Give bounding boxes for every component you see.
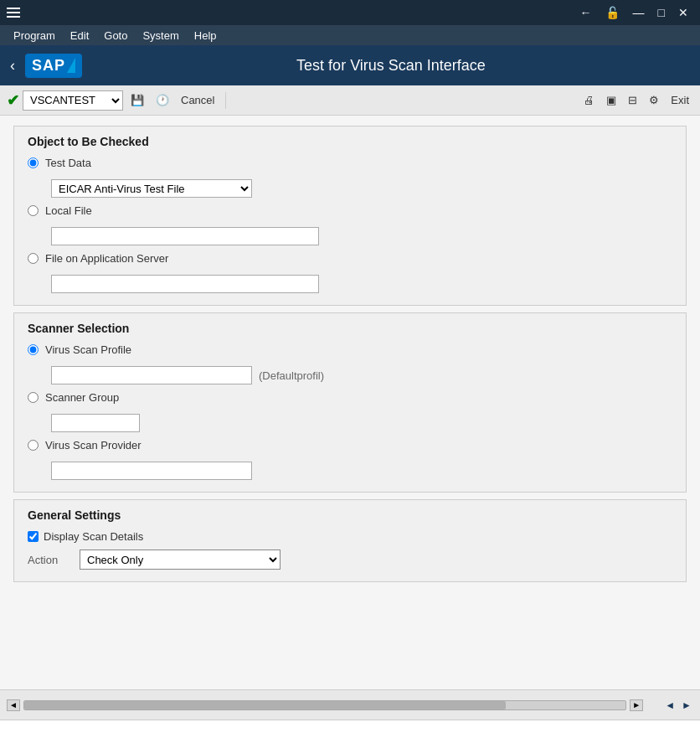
toolbar-right: 🖨 ▣ ⊟ ⚙ Exit [579,91,693,109]
cancel-label: Cancel [181,94,214,106]
settings-button[interactable]: ⚙ [645,91,663,109]
toolbar-icon2-btn[interactable]: ▣ [602,91,620,109]
virus-scan-profile-label[interactable]: Virus Scan Profile [45,343,131,356]
nav-left-btn[interactable]: ◄ [663,699,677,711]
test-data-dropdown[interactable]: EICAR Anti-Virus Test File Other Test Fi… [51,179,252,198]
object-section-title: Object to Be Checked [28,135,672,148]
action-row: Action Check Only Scan and Delete Scan a… [28,550,672,570]
scanner-radio-group: Virus Scan Profile (Defaultprofil) Scann… [28,343,672,480]
local-file-subrow [51,227,672,245]
test-data-label[interactable]: Test Data [45,157,91,169]
toolbar-icon3-btn[interactable]: ⊟ [624,91,641,109]
status-input[interactable] [7,725,693,738]
action-dropdown[interactable]: Check Only Scan and Delete Scan and Quar… [80,550,281,570]
app-server-radio[interactable] [28,253,39,264]
virus-scan-provider-input[interactable] [51,462,252,480]
display-scan-checkbox[interactable] [28,531,39,542]
sap-logo: SAP [25,54,82,78]
app-server-radio-row: File on Application Server [28,252,672,265]
scroll-right-btn[interactable]: ► [630,699,643,711]
default-profil-text: (Defaultprofil) [259,369,324,382]
program-select[interactable]: VSCANTEST [23,90,123,111]
toolbar-separator [225,92,226,109]
print-icon: 🖨 [584,94,594,106]
scrollbar-area: ◄ ► ◄ ► [0,689,700,720]
sap-back-button[interactable]: ‹ [10,57,15,75]
general-section-title: General Settings [28,508,672,522]
schedule-icon: 🕐 [156,94,169,106]
sap-page-title: Test for Virus Scan Interface [92,57,690,75]
virus-scan-provider-label[interactable]: Virus Scan Provider [45,439,142,451]
sap-logo-text: SAP [32,57,65,75]
title-bar-left [7,8,20,18]
scroll-thumb [24,701,506,709]
title-bar: ← 🔓 — □ ✕ [0,0,700,25]
general-section: General Settings Display Scan Details Ac… [13,499,687,582]
test-data-radio-row: Test Data [28,157,672,169]
app-server-label[interactable]: File on Application Server [45,252,168,265]
nav-back-btn[interactable]: ← [575,4,597,21]
main-content: Object to Be Checked Test Data EICAR Ant… [0,116,700,689]
display-scan-label[interactable]: Display Scan Details [44,530,143,543]
close-btn[interactable]: ✕ [673,4,693,21]
virus-scan-provider-subrow [51,462,672,480]
exit-button[interactable]: Exit [667,91,693,109]
nav-arrows: ◄ ► [663,699,693,711]
test-data-subrow: EICAR Anti-Virus Test File Other Test Fi… [51,179,672,198]
scanner-group-subrow [51,414,672,432]
check-icon: ✔ [7,91,19,110]
virus-scan-provider-radio[interactable] [28,440,39,451]
menu-edit[interactable]: Edit [64,28,95,44]
sap-logo-triangle [67,58,75,73]
scroll-track[interactable] [23,700,626,710]
virus-scan-profile-radio[interactable] [28,344,39,355]
local-file-label[interactable]: Local File [45,204,92,217]
cancel-button[interactable]: Cancel [177,91,219,109]
menu-program[interactable]: Program [7,28,62,44]
app-server-subrow [51,275,672,293]
title-bar-controls: ← 🔓 — □ ✕ [575,4,693,21]
virus-scan-provider-radio-row: Virus Scan Provider [28,439,672,451]
menu-goto[interactable]: Goto [97,28,134,44]
local-file-radio[interactable] [28,205,39,216]
local-file-radio-row: Local File [28,204,672,217]
hamburger-menu[interactable] [7,8,20,18]
save-button[interactable]: 💾 [126,91,148,109]
layout-icon: ⊟ [628,94,637,106]
virus-scan-profile-input[interactable] [51,366,252,384]
test-data-radio[interactable] [28,157,39,168]
bottom-status-bar [0,720,700,743]
settings-icon: ⚙ [649,94,659,106]
lock-icon-btn[interactable]: 🔓 [600,4,625,21]
scanner-section: Scanner Selection Virus Scan Profile (De… [13,312,687,493]
scanner-group-label[interactable]: Scanner Group [45,391,119,404]
save-icon: 💾 [131,94,144,106]
scanner-section-title: Scanner Selection [28,322,672,335]
local-file-input[interactable] [51,227,319,245]
nav-right-btn[interactable]: ► [680,699,693,711]
virus-scan-profile-radio-row: Virus Scan Profile [28,343,672,356]
menu-system[interactable]: System [136,28,185,44]
menu-bar: Program Edit Goto System Help [0,25,700,45]
sap-header: ‹ SAP Test for Virus Scan Interface [0,45,700,85]
scanner-group-radio[interactable] [28,392,39,403]
exit-label: Exit [671,94,689,106]
scanner-group-radio-row: Scanner Group [28,391,672,404]
display-scan-row: Display Scan Details [28,530,672,543]
menu-help[interactable]: Help [188,28,224,44]
virus-scan-profile-subrow: (Defaultprofil) [51,366,672,384]
action-label: Action [28,554,69,566]
toolbar: ✔ VSCANTEST 💾 🕐 Cancel 🖨 ▣ ⊟ ⚙ Exit [0,85,700,116]
object-radio-group: Test Data EICAR Anti-Virus Test File Oth… [28,157,672,293]
maximize-btn[interactable]: □ [653,4,670,21]
app-server-input[interactable] [51,275,319,293]
scanner-group-input[interactable] [51,414,140,432]
scroll-left-btn[interactable]: ◄ [7,699,20,711]
schedule-button[interactable]: 🕐 [152,91,173,109]
minimize-btn[interactable]: — [628,4,650,21]
print-button[interactable]: 🖨 [579,91,599,109]
object-section: Object to Be Checked Test Data EICAR Ant… [13,126,687,306]
display-icon: ▣ [606,94,616,106]
